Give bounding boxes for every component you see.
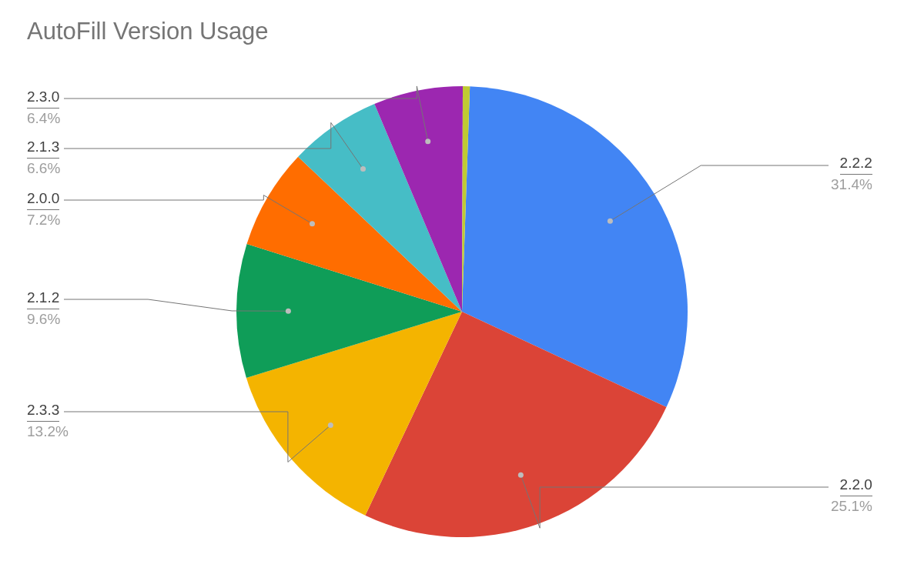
slice-name: 2.2.2 <box>840 153 872 175</box>
slice-label-222: 2.2.2 31.4% <box>831 153 872 195</box>
leader-dot <box>425 139 430 144</box>
slice-percent: 13.2% <box>27 423 69 439</box>
slice-label-212: 2.1.2 9.6% <box>27 288 60 329</box>
slice-name: 2.1.3 <box>27 137 59 159</box>
leader-dot <box>518 472 524 478</box>
slice-percent: 25.1% <box>831 498 872 514</box>
leader-dot <box>360 166 366 172</box>
pie-chart <box>0 0 924 571</box>
leader-dot <box>286 309 291 314</box>
slice-label-220: 2.2.0 25.1% <box>831 475 872 516</box>
slice-percent: 9.6% <box>27 311 60 327</box>
slice-percent: 6.6% <box>27 160 60 176</box>
slice-percent: 7.2% <box>27 212 60 228</box>
slice-percent: 6.4% <box>27 110 60 126</box>
slice-percent: 31.4% <box>831 176 872 192</box>
slice-name: 2.3.0 <box>27 87 59 109</box>
slice-label-213: 2.1.3 6.6% <box>27 137 60 179</box>
slice-name: 2.2.0 <box>840 475 872 496</box>
slice-label-200: 2.0.0 7.2% <box>27 189 60 230</box>
leader-dot <box>608 219 613 224</box>
slice-name: 2.0.0 <box>27 189 59 210</box>
slice-label-230: 2.3.0 6.4% <box>27 87 60 129</box>
leader-dot <box>328 422 333 428</box>
leader-dot <box>310 221 315 226</box>
slice-label-233: 2.3.3 13.2% <box>27 400 69 442</box>
slice-name: 2.1.2 <box>27 288 59 309</box>
slice-name: 2.3.3 <box>27 400 59 422</box>
